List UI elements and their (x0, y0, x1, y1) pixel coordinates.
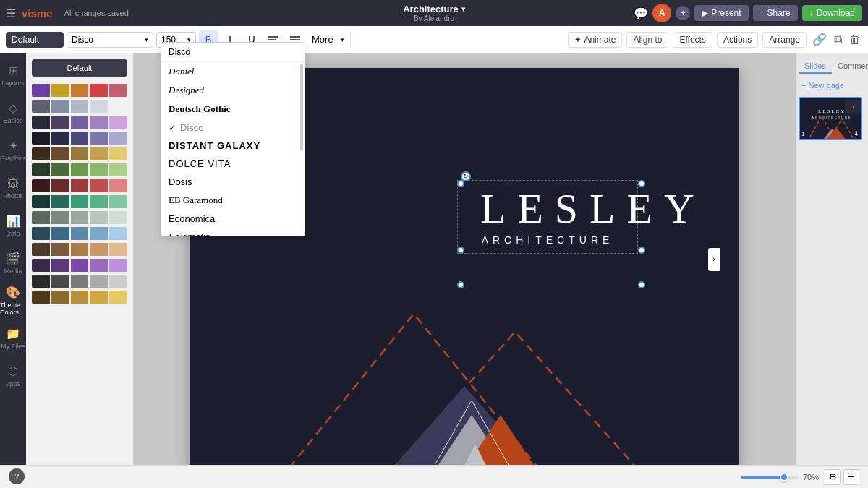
align-to-button[interactable]: Align to (626, 32, 668, 48)
swatch (90, 147, 108, 160)
sidebar-item-graphics[interactable]: ✦ Graphics (0, 132, 26, 169)
font-item-dosis[interactable]: Dosis (161, 173, 305, 191)
color-palette-10[interactable] (32, 227, 127, 240)
menu-icon[interactable]: ☰ (6, 7, 16, 20)
list-view-button[interactable]: ☰ (843, 469, 859, 485)
sidebar-item-photos[interactable]: 🖼 Photos (0, 169, 26, 207)
font-item-distant-galaxy[interactable]: DISTANT GALAXY (161, 137, 305, 155)
sidebar-item-basics[interactable]: ◇ Basics (0, 94, 26, 132)
font-item-economica[interactable]: Economica (161, 210, 305, 228)
font-item-deutsch-gothic[interactable]: Deutsch Gothic (161, 100, 305, 119)
font-item-enigmatic[interactable]: Enigmatic (161, 228, 305, 236)
avatar[interactable]: A (652, 4, 671, 22)
color-palette-1[interactable] (32, 84, 127, 97)
color-palette-14[interactable] (32, 291, 127, 304)
color-palette-6[interactable] (32, 163, 127, 176)
slides-tabs: Slides Comments (799, 59, 865, 74)
color-palette-11[interactable] (32, 243, 127, 256)
font-item-designed[interactable]: Designed (161, 81, 305, 100)
slide-thumbnail-1[interactable]: LESLEY ARCHITECTURE ▲ 1 ⬇ (799, 97, 862, 140)
font-search-input[interactable] (161, 53, 305, 62)
default-preset-button[interactable]: Default (32, 59, 127, 77)
font-item-eb-garamond[interactable]: EB Garamond (161, 191, 305, 210)
handle-br[interactable] (638, 281, 645, 288)
sidebar-item-data[interactable]: 📊 Data (0, 207, 26, 244)
swatch (109, 179, 127, 192)
sidebar-collapse-button[interactable]: › (708, 248, 720, 271)
color-palette-3[interactable] (32, 116, 127, 129)
right-sidebar: Slides Comments + New page LESLEY ARCHIT… (796, 53, 868, 465)
zoom-thumb[interactable] (780, 473, 788, 481)
swatch (109, 243, 127, 256)
zoom-slider[interactable] (741, 476, 799, 479)
add-collaborator-button[interactable]: + (676, 6, 690, 20)
data-icon: 📊 (6, 214, 20, 228)
swatch (32, 84, 50, 97)
topbar: ☰ visme All changes saved Architecture ▾… (0, 0, 868, 26)
swatch (32, 259, 50, 272)
sidebar-item-theme-colors[interactable]: 🎨 Theme Colors (0, 282, 26, 320)
canvas-subtitle[interactable]: ARCHITECTURE (469, 234, 626, 246)
share-button[interactable]: ↑ Share (753, 5, 798, 21)
svg-rect-3 (290, 36, 300, 38)
font-item-disco[interactable]: ✓ Disco (161, 119, 305, 137)
topbar-center: Architecture ▾ By Alejandro (403, 4, 465, 22)
color-palette-5[interactable] (32, 147, 127, 160)
swatch (32, 211, 50, 224)
more-button[interactable]: More (307, 30, 338, 49)
svg-text:LESLEY: LESLEY (818, 108, 846, 114)
new-page-button[interactable]: + New page (799, 80, 865, 91)
present-button[interactable]: ▶ Present (694, 5, 748, 21)
delete-icon[interactable]: 🗑 (848, 32, 862, 48)
actions-button[interactable]: Actions (717, 32, 758, 48)
help-button[interactable]: ? (9, 468, 25, 484)
swatch (90, 179, 108, 192)
swatch (90, 243, 108, 256)
arrange-button[interactable]: Arrange (762, 32, 807, 48)
sidebar-item-apps[interactable]: ⬡ Apps (0, 357, 26, 395)
handle-bl[interactable] (457, 281, 464, 288)
download-button[interactable]: ↓ Download (802, 5, 862, 21)
handle-ml[interactable] (457, 247, 464, 254)
font-family-dropdown[interactable]: Disco ▾ (67, 32, 153, 48)
font-item-dolce-vita[interactable]: DOLCE VITA (161, 155, 305, 173)
sidebar-item-media[interactable]: 🎬 Media (0, 244, 26, 282)
swatch (71, 195, 89, 208)
color-palette-4[interactable] (32, 132, 127, 145)
copy-icon[interactable]: ⧉ (833, 32, 843, 48)
slide-number-1: 1 (801, 131, 804, 137)
color-palette-9[interactable] (32, 211, 127, 224)
handle-mr[interactable] (638, 247, 645, 254)
animate-button[interactable]: ✦ Animate (568, 32, 622, 48)
color-palette-12[interactable] (32, 259, 127, 272)
font-list-scrollbar[interactable] (300, 64, 303, 151)
swatch (90, 84, 108, 97)
swatch (32, 195, 50, 208)
grid-view-button[interactable]: ⊞ (825, 469, 841, 485)
swatch (109, 291, 127, 304)
color-palette-8[interactable] (32, 195, 127, 208)
sidebar-item-my-files[interactable]: 📁 My Files (0, 320, 26, 357)
swatch (51, 195, 69, 208)
color-palette-7[interactable] (32, 179, 127, 192)
sidebar-item-layouts[interactable]: ⊞ Layouts (0, 56, 26, 94)
handle-tr[interactable] (638, 180, 645, 187)
tab-slides[interactable]: Slides (799, 59, 832, 74)
preset-dropdown[interactable]: Default (6, 32, 64, 48)
swatch (109, 163, 127, 176)
tab-comments[interactable]: Comments (832, 59, 868, 74)
slide-options-icon[interactable]: ⬇ (854, 130, 859, 137)
swatch (32, 163, 50, 176)
color-palette-13[interactable] (32, 275, 127, 288)
font-item-daniel[interactable]: Daniel (161, 62, 305, 81)
canvas-title[interactable]: LESLEY (480, 188, 626, 230)
link-icon[interactable]: 🔗 (811, 31, 828, 48)
swatch (71, 275, 89, 288)
swatch (51, 100, 69, 113)
color-palette-2[interactable] (32, 100, 127, 113)
effects-button[interactable]: Effects (673, 32, 712, 48)
chat-icon[interactable]: 💬 (634, 7, 648, 20)
logo: visme (22, 7, 53, 20)
swatch (32, 275, 50, 288)
handle-tl[interactable] (457, 180, 464, 187)
